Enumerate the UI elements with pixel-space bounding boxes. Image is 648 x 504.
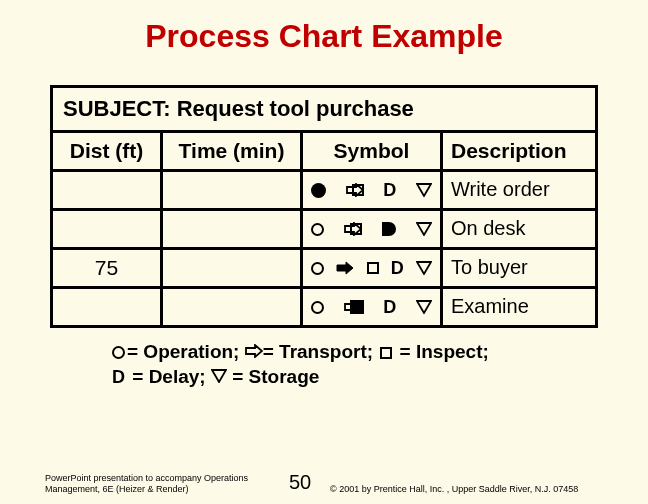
cell-dist — [53, 211, 163, 247]
header-dist: Dist (ft) — [53, 133, 163, 169]
subject-row: SUBJECT: Request tool purchase — [53, 88, 595, 133]
cell-desc: Write order — [443, 172, 595, 208]
cell-desc: On desk — [443, 211, 595, 247]
subject-text: Request tool purchase — [177, 96, 414, 121]
legend: = Operation; = Transport; = Inspect; D =… — [110, 340, 588, 389]
delay-icon: D — [112, 367, 125, 387]
cell-symbol: D — [303, 250, 443, 286]
footer-page: 50 — [270, 471, 330, 494]
transport-inspect-icon — [344, 222, 362, 236]
footer-copyright: © 2001 by Prentice Hall, Inc. , Upper Sa… — [330, 484, 603, 494]
legend-inspect: = Inspect; — [394, 341, 489, 362]
cell-dist — [53, 172, 163, 208]
legend-operation: = Operation; — [127, 341, 239, 362]
table-row: D Write order — [53, 172, 595, 211]
transport-icon — [245, 344, 263, 358]
inspect-icon — [367, 262, 379, 274]
cell-time — [163, 289, 303, 325]
header-time: Time (min) — [163, 133, 303, 169]
legend-storage: = Storage — [227, 366, 319, 387]
cell-time — [163, 172, 303, 208]
operation-icon — [311, 223, 324, 236]
legend-delay: = Delay; — [127, 366, 206, 387]
cell-time — [163, 250, 303, 286]
page-title: Process Chart Example — [0, 0, 648, 85]
header-desc: Description — [443, 133, 595, 169]
cell-symbol: D — [303, 172, 443, 208]
cell-symbol — [303, 211, 443, 247]
delay-icon — [382, 222, 396, 236]
operation-icon — [311, 301, 324, 314]
storage-icon — [416, 256, 432, 280]
header-symbol: Symbol — [303, 133, 443, 169]
cell-time — [163, 211, 303, 247]
operation-icon — [311, 183, 326, 198]
storage-icon — [416, 178, 432, 202]
inspect-icon — [380, 347, 392, 359]
storage-icon — [416, 217, 432, 241]
transport-icon — [336, 261, 354, 275]
cell-dist: 75 — [53, 250, 163, 286]
cell-desc: Examine — [443, 289, 595, 325]
operation-icon — [112, 346, 125, 359]
table-row: 75 D To buyer — [53, 250, 595, 289]
delay-icon: D — [391, 258, 404, 279]
cell-symbol: D — [303, 289, 443, 325]
delay-icon: D — [383, 297, 396, 318]
storage-icon — [211, 366, 227, 387]
storage-icon — [416, 295, 432, 319]
table-header: Dist (ft) Time (min) Symbol Description — [53, 133, 595, 172]
table-row: D Examine — [53, 289, 595, 325]
transport-inspect-icon — [346, 183, 364, 197]
footer-credit: PowerPoint presentation to accompany Ope… — [45, 473, 270, 494]
cell-desc: To buyer — [443, 250, 595, 286]
cell-dist — [53, 289, 163, 325]
subject-label: SUBJECT: — [63, 96, 171, 121]
legend-transport: = Transport; — [263, 341, 373, 362]
transport-inspect-icon — [344, 300, 364, 314]
operation-icon — [311, 262, 324, 275]
delay-icon: D — [383, 180, 396, 201]
process-chart-table: SUBJECT: Request tool purchase Dist (ft)… — [50, 85, 598, 328]
table-row: On desk — [53, 211, 595, 250]
footer: PowerPoint presentation to accompany Ope… — [0, 471, 648, 494]
